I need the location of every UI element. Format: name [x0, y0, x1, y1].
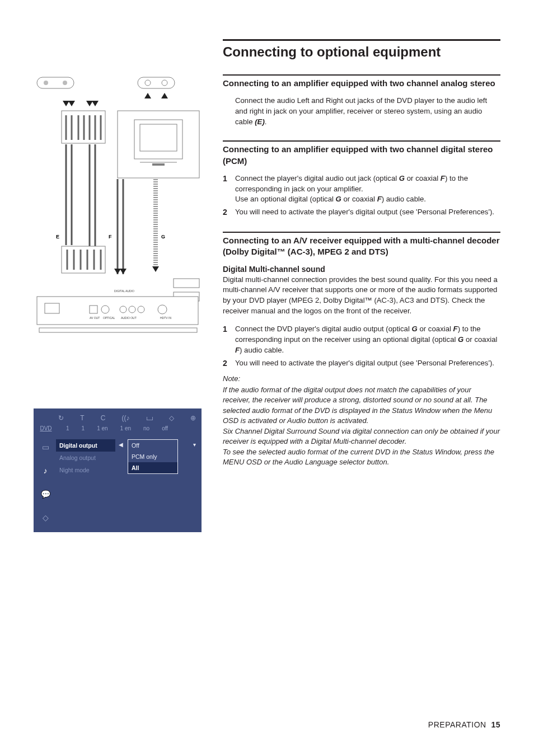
- sec3-heading: Connecting to an A/V receiver equipped w…: [223, 232, 500, 258]
- svg-rect-16: [140, 124, 177, 151]
- page-footer: PREPARATION 15: [428, 720, 500, 729]
- page-title: Connecting to optional equipment: [223, 39, 500, 60]
- svg-rect-38: [45, 303, 59, 313]
- svg-text:F: F: [109, 234, 112, 240]
- osd-icon-angle: ◇: [169, 414, 174, 422]
- sec3-subheading: Digital Multi-channel sound: [223, 265, 500, 274]
- svg-text:AUDIO OUT: AUDIO OUT: [121, 316, 137, 320]
- svg-text:E: E: [56, 234, 59, 240]
- svg-marker-32: [144, 93, 151, 98]
- svg-text:AV OUT: AV OUT: [90, 316, 100, 320]
- osd-icon-audio: ((♪: [121, 414, 129, 422]
- svg-marker-30: [86, 101, 93, 106]
- osd-setting-digital-output: Digital output: [56, 439, 115, 452]
- footer-section-label: PREPARATION: [428, 720, 486, 729]
- osd-setting-night-mode: Night mode: [56, 464, 115, 476]
- svg-text:HDTV IN: HDTV IN: [160, 316, 171, 320]
- svg-marker-36: [152, 266, 159, 272]
- svg-point-1: [44, 81, 48, 85]
- osd-left-arrow-icon: ◀: [119, 439, 123, 448]
- osd-down-arrow-icon: ▾: [193, 439, 196, 448]
- osd-dvd-label: DVD: [38, 425, 54, 431]
- svg-rect-18: [152, 163, 165, 166]
- svg-marker-35: [120, 269, 127, 274]
- svg-marker-33: [161, 93, 168, 98]
- sec2-heading: Connecting to an amplifier equipped with…: [223, 140, 500, 167]
- svg-text:DIGITAL AUDIO: DIGITAL AUDIO: [114, 289, 134, 293]
- svg-point-41: [120, 306, 127, 313]
- note-p3: To see the selected audio format of the …: [223, 447, 500, 468]
- svg-point-2: [63, 81, 67, 85]
- osd-side-video-icon: ▭: [42, 443, 49, 452]
- svg-text:OPTICAL: OPTICAL: [103, 316, 115, 320]
- svg-rect-0: [37, 77, 74, 88]
- sec1-body: Connect the audio Left and Right out jac…: [223, 96, 500, 127]
- svg-rect-45: [39, 328, 197, 332]
- sec3-step2: 2 You will need to activate the player's…: [223, 358, 500, 369]
- footer-page-number: 15: [491, 720, 500, 729]
- svg-point-40: [101, 306, 109, 313]
- osd-setting-analog-output: Analog output: [56, 452, 115, 464]
- note-p1: If the audio format of the digital outpu…: [223, 385, 500, 426]
- svg-marker-31: [92, 101, 99, 106]
- osd-icon-title: T: [80, 414, 84, 422]
- osd-icon-zoom: ⊕: [190, 414, 196, 422]
- osd-option-all: All: [128, 462, 177, 473]
- svg-point-44: [158, 305, 167, 314]
- note-p2: Six Channel Digital Surround Sound via d…: [223, 426, 500, 447]
- svg-marker-28: [63, 101, 69, 106]
- wiring-diagram: DIGITAL AUDIO AV OUT OPTICAL AUDIO OUT H…: [34, 73, 202, 347]
- svg-point-43: [138, 306, 144, 313]
- svg-rect-39: [90, 306, 97, 313]
- osd-menu-screenshot: ↻ T C ((♪ ⌴ ◇ ⊕ DVD 1 1 1 en 1 en no off: [34, 408, 202, 532]
- osd-option-pcm-only: PCM only: [128, 451, 177, 462]
- svg-marker-34: [114, 269, 121, 274]
- sec2-step2: 2 You will need to activate the player's…: [223, 207, 500, 218]
- osd-icon-subtitle: ⌴: [146, 414, 153, 422]
- sec1-heading: Connecting to an amplifier equipped with…: [223, 74, 500, 89]
- osd-icon-rotate: ↻: [58, 414, 64, 422]
- sec2-step1: 1 Connect the player's digital audio out…: [223, 173, 500, 205]
- note-label: Note:: [223, 374, 500, 384]
- svg-rect-19: [62, 246, 105, 273]
- sec3-step1: 1 Connect the DVD player's digital audio…: [223, 324, 500, 355]
- svg-rect-26: [174, 279, 199, 288]
- osd-side-subtitle-icon: 💬: [41, 490, 50, 499]
- svg-marker-29: [68, 101, 75, 106]
- svg-text:G: G: [161, 234, 165, 240]
- svg-rect-3: [138, 77, 175, 88]
- sec3-body: Digital multi-channel connection provide…: [223, 275, 500, 317]
- svg-point-42: [129, 306, 135, 313]
- osd-side-audio-icon: ♪: [44, 466, 48, 475]
- osd-icon-chapter: C: [101, 414, 106, 422]
- osd-option-off: Off: [128, 440, 177, 451]
- osd-side-pref-icon: ◇: [43, 513, 49, 522]
- svg-rect-37: [37, 297, 198, 325]
